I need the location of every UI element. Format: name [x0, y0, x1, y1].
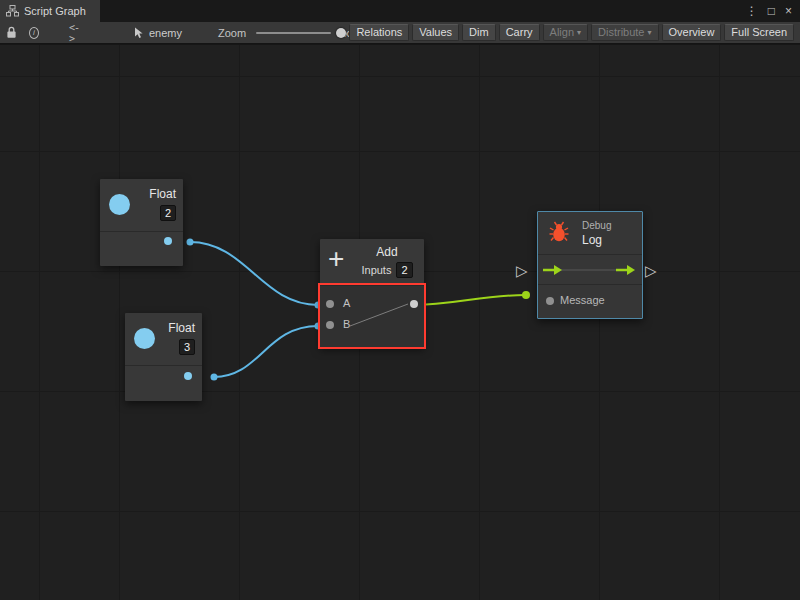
- distribute-label: Distribute: [598, 26, 644, 38]
- float-node-body: Float 3: [125, 313, 202, 366]
- graph-canvas[interactable]: Float 2 Float 3 + Add Inpu: [0, 44, 800, 600]
- wire-add-to-debug-message[interactable]: [410, 295, 526, 305]
- info-icon[interactable]: i: [29, 27, 39, 39]
- node-debug-log[interactable]: Debug Log Message: [537, 211, 643, 319]
- zoom-slider-track: [256, 32, 331, 34]
- add-input-a-port[interactable]: [326, 300, 334, 308]
- toolbar-button-overview[interactable]: Overview: [662, 24, 722, 41]
- float-type-icon: [109, 194, 130, 215]
- debug-flow-row: [538, 254, 642, 284]
- chevron-down-icon: ▾: [648, 28, 652, 37]
- align-label: Align: [550, 26, 574, 38]
- flow-arrows: [538, 255, 642, 285]
- float-value-field[interactable]: 2: [160, 205, 176, 221]
- add-output-port[interactable]: [410, 300, 418, 308]
- zoom-label: Zoom: [218, 27, 246, 39]
- internal-relation-line: [320, 286, 424, 348]
- graph-toolbar: i <-> enemy Zoom 1x Relations Values Dim…: [0, 22, 800, 44]
- script-graph-icon: [6, 5, 19, 17]
- toolbar-buttons: Relations Values Dim Carry Align ▾ Distr…: [349, 24, 796, 41]
- unity-script-graph-window: Script Graph ⋮ □ × i <-> enemy Zoom: [0, 0, 800, 600]
- float-type-icon: [134, 328, 155, 349]
- node-title: Float: [168, 321, 195, 335]
- toolbar-button-carry[interactable]: Carry: [499, 24, 540, 41]
- window-controls: ⋮ □ ×: [746, 0, 800, 22]
- titlebar: Script Graph ⋮ □ ×: [0, 0, 800, 22]
- zoom-slider-handle[interactable]: [336, 28, 346, 38]
- debug-node-header: Debug Log: [538, 212, 642, 254]
- message-port-label: Message: [560, 294, 605, 306]
- pointer-icon: [133, 27, 144, 39]
- message-input-port[interactable]: [546, 297, 554, 305]
- node-title: Add: [356, 245, 418, 259]
- bug-icon: [548, 221, 570, 247]
- toolbar-button-full-screen[interactable]: Full Screen: [724, 24, 794, 41]
- add-inputs-row: Inputs 2: [352, 262, 422, 278]
- debug-message-row: Message: [538, 284, 642, 318]
- graph-name-label: enemy: [149, 27, 182, 39]
- toolbar-button-align[interactable]: Align ▾: [543, 24, 588, 41]
- inputs-count-field[interactable]: 2: [396, 262, 412, 278]
- port-a-label: A: [343, 297, 350, 309]
- wire-float1-to-add-a[interactable]: [190, 242, 318, 305]
- node-title: Log: [582, 233, 602, 247]
- wire-float2-to-add-b[interactable]: [214, 326, 318, 377]
- code-icon[interactable]: <->: [69, 22, 81, 44]
- tab-title: Script Graph: [24, 5, 86, 17]
- node-add[interactable]: + Add Inputs 2 A B: [320, 239, 424, 347]
- tab-script-graph[interactable]: Script Graph: [0, 0, 100, 22]
- float-output-port[interactable]: [164, 237, 172, 245]
- node-title: Float: [149, 187, 176, 201]
- float-value-field[interactable]: 3: [179, 339, 195, 355]
- plus-icon: +: [328, 243, 344, 275]
- flow-input-triangle-icon[interactable]: ▷: [516, 263, 528, 279]
- close-icon[interactable]: ×: [785, 0, 792, 22]
- add-node-header: + Add Inputs 2: [320, 239, 424, 285]
- toolbar-button-distribute[interactable]: Distribute ▾: [591, 24, 658, 41]
- float-node-body: Float 2: [100, 179, 183, 232]
- toolbar-button-relations[interactable]: Relations: [349, 24, 409, 41]
- maximize-icon[interactable]: □: [768, 0, 775, 22]
- add-node-ports-selected: A B: [320, 285, 424, 347]
- float-output-port[interactable]: [184, 372, 192, 380]
- node-float-2[interactable]: Float 3: [125, 313, 202, 401]
- toolbar-button-dim[interactable]: Dim: [462, 24, 496, 41]
- zoom-slider[interactable]: [256, 27, 331, 39]
- chevron-down-icon: ▾: [577, 28, 581, 37]
- add-input-b-port[interactable]: [326, 321, 334, 329]
- float-port-row: [125, 366, 202, 399]
- node-category: Debug: [582, 220, 611, 231]
- graph-name-group: enemy: [133, 27, 182, 39]
- flow-output-triangle-icon[interactable]: ▷: [645, 263, 657, 279]
- float-port-row: [100, 232, 183, 265]
- port-b-label: B: [343, 318, 350, 330]
- node-float-1[interactable]: Float 2: [100, 179, 183, 266]
- inputs-label: Inputs: [361, 264, 391, 276]
- kebab-menu-icon[interactable]: ⋮: [746, 0, 758, 22]
- lock-icon[interactable]: [6, 26, 17, 39]
- toolbar-button-values[interactable]: Values: [412, 24, 459, 41]
